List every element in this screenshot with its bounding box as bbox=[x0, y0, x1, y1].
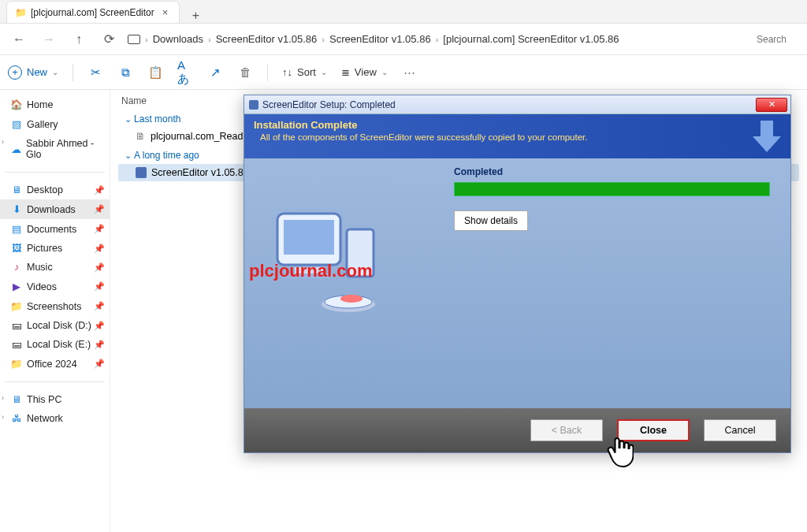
chevron-right-icon: › bbox=[2, 394, 4, 402]
tab-title: [plcjournal.com] ScreenEditor bbox=[31, 7, 154, 18]
breadcrumb-item[interactable]: ScreenEditor v1.05.86 bbox=[216, 33, 318, 45]
disk-icon: 🖴 bbox=[11, 320, 22, 331]
divider bbox=[73, 64, 73, 81]
chevron-right-icon: › bbox=[208, 35, 211, 44]
sidebar-label: Network bbox=[27, 413, 63, 424]
pin-icon: 📌 bbox=[94, 281, 105, 292]
sidebar-item-downloads[interactable]: ⬇Downloads📌 bbox=[0, 199, 110, 219]
dialog-body: Completed Show details plcjournal.com bbox=[244, 158, 790, 408]
pin-icon: 📌 bbox=[94, 224, 105, 234]
breadcrumb-item[interactable]: ScreenEditor v1.05.86 bbox=[329, 33, 431, 45]
dialog-subheading: All of the components of ScreenEditor we… bbox=[260, 132, 781, 142]
divider bbox=[5, 381, 105, 382]
sidebar-item-home[interactable]: 🏠Home bbox=[0, 95, 110, 114]
back-button[interactable]: < Back bbox=[530, 419, 603, 441]
close-tab-button[interactable]: × bbox=[159, 6, 172, 18]
chevron-down-icon: ⌄ bbox=[321, 68, 327, 76]
sidebar-item-documents[interactable]: ▤Documents📌 bbox=[0, 219, 110, 239]
gallery-icon: ▧ bbox=[11, 118, 22, 130]
window-close-button[interactable]: ✕ bbox=[756, 98, 787, 112]
tab-bar: 📁 [plcjournal.com] ScreenEditor × + bbox=[0, 0, 807, 24]
videos-icon: ▶ bbox=[11, 281, 22, 292]
sidebar-label: Screenshots bbox=[27, 301, 81, 312]
document-icon: 🗎 bbox=[136, 131, 146, 142]
forward-button[interactable]: → bbox=[38, 28, 60, 50]
breadcrumb-item[interactable]: [plcjournal.com] ScreenEditor v1.05.86 bbox=[443, 33, 619, 45]
status-label: Completed bbox=[454, 166, 503, 177]
pin-icon: 📌 bbox=[94, 359, 105, 369]
divider bbox=[5, 172, 105, 173]
rename-icon[interactable]: Aあ bbox=[177, 65, 193, 80]
more-button[interactable]: ⋯ bbox=[402, 65, 418, 80]
view-icon: ≣ bbox=[341, 66, 350, 78]
sidebar-item-music[interactable]: ♪Music📌 bbox=[0, 258, 110, 277]
sidebar-item-videos[interactable]: ▶Videos📌 bbox=[0, 277, 110, 296]
sidebar-item-network[interactable]: ›🖧Network bbox=[0, 409, 110, 428]
svg-rect-1 bbox=[284, 220, 334, 255]
search-input[interactable] bbox=[752, 31, 799, 48]
folder-icon: 📁 bbox=[15, 7, 26, 18]
sidebar-label: Gallery bbox=[27, 119, 58, 130]
installer-icon bbox=[136, 167, 147, 178]
paste-icon[interactable]: 📋 bbox=[147, 65, 163, 80]
browser-tab[interactable]: 📁 [plcjournal.com] ScreenEditor × bbox=[6, 1, 180, 23]
sidebar-item-onedrive[interactable]: ›☁Sabbir Ahmed - Glo bbox=[0, 134, 110, 164]
sidebar-label: Documents bbox=[27, 224, 76, 235]
sidebar-item-desktop[interactable]: 🖥Desktop📌 bbox=[0, 180, 110, 199]
installer-icon bbox=[249, 100, 258, 110]
download-icon: ⬇ bbox=[11, 203, 22, 215]
up-button[interactable]: ↑ bbox=[68, 28, 90, 50]
chevron-right-icon: › bbox=[436, 35, 439, 44]
sidebar-label: Sabbir Ahmed - Glo bbox=[26, 138, 103, 160]
sidebar-label: Desktop bbox=[27, 184, 63, 195]
new-tab-button[interactable]: + bbox=[184, 9, 206, 23]
divider bbox=[267, 64, 268, 81]
sort-button[interactable]: ↑↓ Sort ⌄ bbox=[282, 66, 327, 78]
sort-label: Sort bbox=[297, 66, 316, 78]
breadcrumb-item[interactable]: Downloads bbox=[153, 33, 203, 45]
dialog-title: ScreenEditor Setup: Completed bbox=[262, 99, 396, 110]
sidebar-item-disk-e[interactable]: 🖴Local Disk (E:)📌 bbox=[0, 335, 110, 354]
folder-icon: 📁 bbox=[11, 358, 22, 370]
disk-icon: 🖴 bbox=[11, 339, 22, 350]
share-icon[interactable]: ↗ bbox=[207, 65, 223, 80]
sidebar-item-pictures[interactable]: 🖼Pictures📌 bbox=[0, 239, 110, 258]
sidebar-label: Music bbox=[27, 262, 53, 273]
refresh-button[interactable]: ⟳ bbox=[98, 28, 120, 50]
cancel-button[interactable]: Cancel bbox=[704, 419, 776, 441]
sidebar-item-gallery[interactable]: ▧Gallery bbox=[0, 114, 110, 134]
sidebar-item-office[interactable]: 📁Office 2024📌 bbox=[0, 354, 110, 374]
sidebar-label: Downloads bbox=[27, 204, 76, 215]
chevron-right-icon: › bbox=[2, 138, 4, 146]
sidebar-item-thispc[interactable]: ›🖥This PC bbox=[0, 390, 110, 409]
dialog-header: Installation Complete All of the compone… bbox=[244, 114, 790, 158]
sidebar-label: Home bbox=[27, 99, 53, 110]
chevron-down-icon: ⌄ bbox=[52, 68, 58, 76]
sidebar-label: Office 2024 bbox=[27, 359, 77, 370]
close-button[interactable]: Close bbox=[617, 419, 690, 441]
sidebar-item-disk-d[interactable]: 🖴Local Disk (D:)📌 bbox=[0, 316, 110, 335]
sidebar-label: Videos bbox=[27, 281, 57, 292]
show-details-button[interactable]: Show details bbox=[454, 210, 528, 231]
sidebar-item-screenshots[interactable]: 📁Screenshots📌 bbox=[0, 296, 110, 316]
view-button[interactable]: ≣ View ⌄ bbox=[341, 66, 388, 78]
pin-icon: 📌 bbox=[94, 204, 105, 214]
cut-icon[interactable]: ✂ bbox=[87, 65, 103, 80]
back-button[interactable]: ← bbox=[8, 28, 30, 50]
chevron-down-icon: ⌄ bbox=[381, 68, 388, 76]
pc-icon: 🖥 bbox=[11, 394, 22, 405]
sort-icon: ↑↓ bbox=[282, 66, 292, 78]
copy-icon[interactable]: ⧉ bbox=[117, 65, 133, 80]
music-icon: ♪ bbox=[11, 262, 22, 273]
new-label: New bbox=[27, 66, 47, 78]
chevron-right-icon: › bbox=[2, 413, 4, 421]
new-button[interactable]: + New ⌄ bbox=[8, 65, 58, 80]
toolbar: + New ⌄ ✂ ⧉ 📋 Aあ ↗ 🗑 ↑↓ Sort ⌄ ≣ View ⌄ … bbox=[0, 55, 807, 90]
sidebar: 🏠Home ▧Gallery ›☁Sabbir Ahmed - Glo 🖥Des… bbox=[0, 90, 110, 532]
pin-icon: 📌 bbox=[94, 244, 105, 254]
dialog-titlebar[interactable]: ScreenEditor Setup: Completed ✕ bbox=[244, 95, 790, 114]
pin-icon: 📌 bbox=[94, 262, 105, 273]
progress-bar bbox=[454, 182, 770, 196]
delete-icon[interactable]: 🗑 bbox=[237, 65, 253, 80]
breadcrumb[interactable]: › Downloads › ScreenEditor v1.05.86 › Sc… bbox=[128, 33, 744, 45]
